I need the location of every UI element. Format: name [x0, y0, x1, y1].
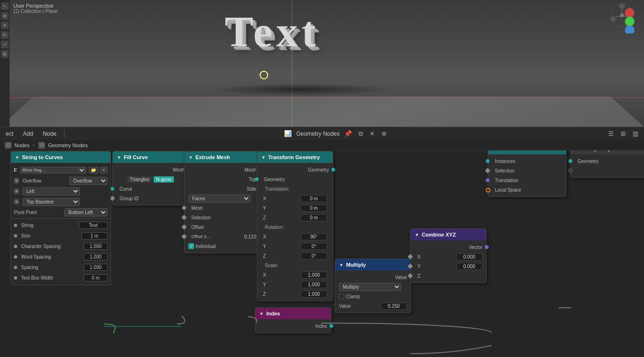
node-editor[interactable]: ▼ String to Curves F Bfont Reg... 📁 ✕ ≡ …: [0, 140, 644, 357]
size-input[interactable]: [81, 232, 108, 239]
scale-y-input[interactable]: [301, 281, 327, 288]
svg-point-10: [625, 25, 634, 33]
char-spacing-input[interactable]: [84, 243, 108, 250]
node-header-fill-curve[interactable]: ▼ Fill Curve: [113, 151, 188, 163]
toolbar-btn-select[interactable]: ↖: [1, 2, 9, 10]
multiply-val2-input[interactable]: [381, 303, 407, 310]
node-header-multiply[interactable]: ▼ Multiply: [335, 259, 411, 270]
translate-local-socket: [486, 188, 491, 193]
view-list-btn[interactable]: ☰: [606, 129, 616, 138]
scale-z-input[interactable]: [301, 291, 327, 298]
fill-group-id-row: Group ID: [113, 194, 188, 203]
toolbar-btn-cursor[interactable]: ⊕: [1, 12, 9, 20]
menu-node[interactable]: Node: [41, 130, 58, 138]
rot-y-input[interactable]: [301, 243, 327, 250]
fill-group-id-label: Group ID: [117, 196, 185, 201]
node-title-multiply: Multiply: [346, 262, 366, 268]
trans-x-row: X: [257, 194, 333, 203]
menu-add[interactable]: Add: [21, 130, 35, 138]
close-button[interactable]: ✕: [368, 129, 377, 138]
align-select[interactable]: Left: [22, 187, 80, 195]
word-spacing-label: Word Spacing: [21, 254, 82, 260]
viewport-3d[interactable]: Text ↖ ⊕ ✛ ↻ ⤢ ⊞ User Perspective (1) Co…: [0, 0, 644, 127]
clamp-checkbox[interactable]: [339, 294, 344, 299]
rot-z-input[interactable]: [301, 252, 327, 260]
transform-collapse[interactable]: ▼: [261, 155, 266, 160]
individual-checkbox[interactable]: ✓: [188, 243, 194, 249]
extrude-offset-val: 0.110: [244, 234, 256, 239]
overflow-select[interactable]: Overflow: [69, 177, 108, 185]
translate-sel-row: Selection: [488, 166, 566, 175]
translate-inst-socket: [486, 159, 490, 163]
multiply-node[interactable]: ▼ Multiply Value Multiply Clamp Value: [335, 259, 411, 313]
scale-x-label: X: [263, 272, 266, 278]
view-panel-btn[interactable]: ▥: [631, 129, 640, 138]
word-spacing-socket: [14, 255, 17, 259]
combine-body: Vector X Y Z: [411, 240, 486, 282]
scale-z-row: Z: [257, 289, 333, 299]
rot-x-label: X: [263, 234, 266, 239]
font-selector[interactable]: Bfont Reg...: [20, 167, 86, 173]
textbox-width-input[interactable]: [84, 274, 108, 281]
textbox-width-label: Text Box Width: [21, 275, 82, 281]
extrude-sel-row: Selection: [185, 213, 260, 222]
extrude-collapse[interactable]: ▼: [188, 155, 193, 160]
char-spacing-socket: [14, 245, 17, 248]
copy-button[interactable]: ⧉: [357, 129, 365, 139]
font-unlink-btn[interactable]: ✕: [100, 167, 108, 173]
vert-align-select[interactable]: Top Baseline: [22, 198, 80, 206]
rot-y-row: Y: [257, 241, 333, 251]
fill-curve-node[interactable]: ▼ Fill Curve Mesh Triangles N-gons Curve: [112, 151, 189, 206]
line-spacing-input[interactable]: [84, 264, 108, 271]
index-out-label: Index: [259, 324, 327, 329]
node-header-combine[interactable]: ▼ Combine XYZ: [411, 229, 486, 240]
index-collapse[interactable]: ▼: [259, 311, 264, 316]
node-header-index[interactable]: ▼ Index: [255, 308, 331, 319]
node-header-extrude[interactable]: ▼ Extrude Mesh: [185, 151, 260, 163]
extrude-top-label: Top: [188, 177, 256, 182]
combine-y-input[interactable]: [456, 263, 482, 270]
toolbar-btn-rotate[interactable]: ↻: [1, 31, 9, 39]
toolbar-btn-transform[interactable]: ⊞: [1, 50, 9, 58]
triangles-btn[interactable]: Triangles: [127, 176, 152, 183]
pivot-select[interactable]: Bottom Left: [65, 208, 108, 216]
word-spacing-input[interactable]: [84, 253, 108, 260]
ngons-btn[interactable]: N-gons: [153, 176, 174, 183]
font-browse-btn[interactable]: 📁: [89, 167, 98, 173]
string-input[interactable]: [79, 222, 108, 229]
textbox-width-socket: [14, 276, 17, 280]
extrude-mesh-node[interactable]: ▼ Extrude Mesh Mesh Top Side Faces: [184, 151, 261, 253]
scale-x-input[interactable]: [301, 271, 327, 279]
group-extra-socket: [568, 169, 572, 173]
view-grid-btn[interactable]: ⊞: [619, 129, 628, 138]
toolbar-btn-scale[interactable]: ⤢: [1, 41, 9, 48]
panel-body: F Bfont Reg... 📁 ✕ ≡ Overflow Overflow ≡…: [11, 163, 110, 285]
editor-type-icon[interactable]: 📊: [282, 129, 294, 138]
svg-point-9: [625, 17, 634, 26]
toolbar-btn-move[interactable]: ✛: [1, 22, 9, 29]
rot-y-label: Y: [263, 244, 266, 249]
extrude-mode-select[interactable]: Faces: [188, 195, 251, 203]
combine-x-input[interactable]: [456, 253, 482, 260]
menu-edit[interactable]: ect: [4, 130, 15, 138]
multiply-collapse[interactable]: ▼: [339, 262, 344, 268]
multiply-mode-select[interactable]: Multiply: [339, 283, 401, 291]
trans-x-input[interactable]: [301, 195, 327, 202]
transform-geom-in-label: Geometry: [261, 177, 329, 182]
size-socket: [14, 234, 17, 238]
combine-xyz-node[interactable]: ▼ Combine XYZ Vector X Y: [410, 228, 487, 283]
align-button[interactable]: ⊕: [380, 129, 389, 138]
align-row: ≡ Left: [11, 186, 110, 196]
transform-geometry-node[interactable]: ▼ Transform Geometry Geometry Geometry T…: [257, 151, 333, 301]
fill-curve-collapse[interactable]: ▼: [117, 155, 121, 160]
translate-instances-node[interactable]: ▼ Translate Instances Instances Selectio…: [488, 142, 567, 197]
rot-x-input[interactable]: [301, 233, 327, 240]
combine-collapse[interactable]: ▼: [415, 232, 419, 238]
index-out-row: Index: [255, 321, 331, 331]
index-node[interactable]: ▼ Index Index: [255, 307, 331, 333]
node-header-transform[interactable]: ▼ Transform Geometry: [257, 151, 333, 163]
trans-y-input[interactable]: [301, 205, 327, 212]
pin-button[interactable]: 📌: [342, 129, 354, 138]
trans-z-input[interactable]: [301, 214, 327, 221]
trans-x-label: X: [263, 196, 266, 201]
